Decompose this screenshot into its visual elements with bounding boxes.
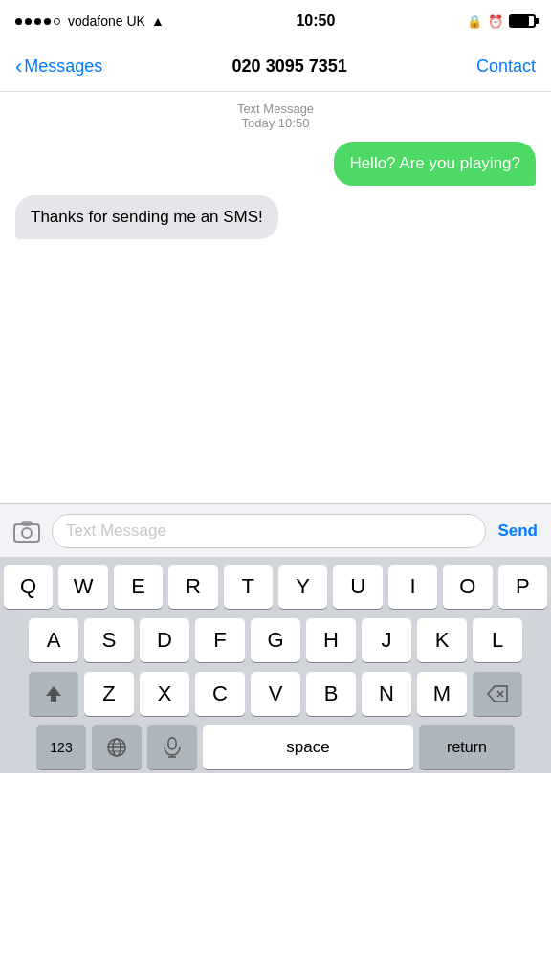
status-left: vodafone UK ▲ xyxy=(15,13,165,29)
key-h[interactable]: H xyxy=(306,618,356,662)
bubble-sent: Hello? Are you playing? xyxy=(334,142,536,186)
key-m[interactable]: M xyxy=(417,672,467,716)
key-f[interactable]: F xyxy=(195,618,245,662)
status-right: 🔒 ⏰ xyxy=(467,14,536,29)
bubble-received: Thanks for sending me an SMS! xyxy=(15,195,278,239)
key-z[interactable]: Z xyxy=(84,672,134,716)
message-timestamp: Text Message Today 10:50 xyxy=(237,101,314,130)
key-g[interactable]: G xyxy=(251,618,300,662)
contact-button[interactable]: Contact xyxy=(476,56,536,77)
mic-key[interactable] xyxy=(147,725,197,769)
shift-icon xyxy=(44,684,63,703)
key-t[interactable]: T xyxy=(224,565,273,609)
messages-area: Text Message Today 10:50 Hello? Are you … xyxy=(0,92,551,503)
key-e[interactable]: E xyxy=(114,565,163,609)
signal-dot-5 xyxy=(54,18,60,25)
backspace-icon xyxy=(487,685,508,702)
key-k[interactable]: K xyxy=(417,618,467,662)
globe-key[interactable] xyxy=(92,725,142,769)
message-row-sent: Hello? Are you playing? xyxy=(15,142,536,186)
num-key[interactable]: 123 xyxy=(36,725,86,769)
keyboard-row-4: 123 space return xyxy=(4,725,547,769)
status-bar: vodafone UK ▲ 10:50 🔒 ⏰ xyxy=(0,0,551,42)
keyboard-row-1: Q W E R T Y U I O P xyxy=(4,565,547,609)
chevron-left-icon: ‹ xyxy=(15,55,22,79)
status-time: 10:50 xyxy=(296,12,335,30)
svg-point-1 xyxy=(22,528,32,538)
messages-list: Hello? Are you playing? Thanks for sendi… xyxy=(15,142,536,239)
timestamp-label: Text Message xyxy=(237,101,314,116)
return-key[interactable]: return xyxy=(419,725,515,769)
signal-dot-2 xyxy=(25,18,32,25)
key-b[interactable]: B xyxy=(306,672,356,716)
globe-icon xyxy=(106,737,127,758)
wifi-icon: ▲ xyxy=(151,13,165,29)
key-y[interactable]: Y xyxy=(278,565,327,609)
back-button[interactable]: ‹ Messages xyxy=(15,55,102,79)
input-area: Send xyxy=(0,503,551,557)
key-d[interactable]: D xyxy=(140,618,189,662)
timestamp-time: Today 10:50 xyxy=(237,116,314,130)
battery-fill xyxy=(511,16,529,26)
message-input[interactable] xyxy=(52,514,486,548)
key-o[interactable]: O xyxy=(443,565,492,609)
svg-marker-3 xyxy=(46,686,61,702)
key-q[interactable]: Q xyxy=(4,565,53,609)
key-l[interactable]: L xyxy=(473,618,522,662)
battery-indicator xyxy=(509,14,536,28)
key-r[interactable]: R xyxy=(168,565,217,609)
back-label: Messages xyxy=(24,56,102,77)
space-key[interactable]: space xyxy=(203,725,413,769)
key-p[interactable]: P xyxy=(498,565,547,609)
key-v[interactable]: V xyxy=(251,672,300,716)
svg-rect-11 xyxy=(168,738,176,749)
svg-rect-0 xyxy=(14,524,39,542)
signal-dot-1 xyxy=(15,18,22,25)
key-w[interactable]: W xyxy=(58,565,107,609)
nav-bar: ‹ Messages 020 3095 7351 Contact xyxy=(0,42,551,92)
signal-dot-4 xyxy=(44,18,51,25)
key-i[interactable]: I xyxy=(388,565,437,609)
message-row-received: Thanks for sending me an SMS! xyxy=(15,195,536,239)
alarm-icon: ⏰ xyxy=(488,14,503,29)
key-x[interactable]: X xyxy=(140,672,189,716)
key-n[interactable]: N xyxy=(362,672,411,716)
backspace-key[interactable] xyxy=(473,672,522,716)
key-a[interactable]: A xyxy=(29,618,78,662)
nav-phone-number: 020 3095 7351 xyxy=(232,56,347,77)
keyboard: Q W E R T Y U I O P A S D F G H J K L Z … xyxy=(0,557,551,773)
key-c[interactable]: C xyxy=(195,672,245,716)
key-j[interactable]: J xyxy=(362,618,411,662)
signal-dots xyxy=(15,18,60,25)
signal-dot-3 xyxy=(34,18,41,25)
key-u[interactable]: U xyxy=(333,565,382,609)
keyboard-row-3: Z X C V B N M xyxy=(4,672,547,716)
keyboard-row-2: A S D F G H J K L xyxy=(4,618,547,662)
camera-button[interactable] xyxy=(10,514,44,548)
carrier-text: vodafone UK xyxy=(68,13,145,29)
key-s[interactable]: S xyxy=(84,618,134,662)
camera-icon xyxy=(12,517,41,546)
shift-key[interactable] xyxy=(29,672,78,716)
carrier-wifi: vodafone UK ▲ xyxy=(68,13,165,29)
send-button[interactable]: Send xyxy=(494,522,541,541)
lock-icon: 🔒 xyxy=(467,14,482,29)
mic-icon xyxy=(164,737,181,758)
